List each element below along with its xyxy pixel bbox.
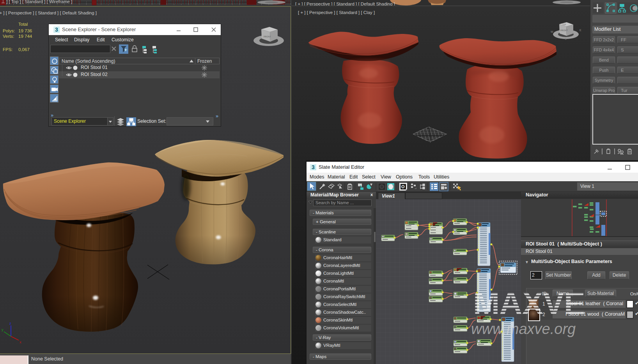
svg-text:FRONT: FRONT [264,35,271,38]
svg-text:z: z [9,322,11,325]
svg-text:TOP: TOP [562,24,566,26]
svg-text:x: x [19,340,21,344]
svg-text:O: O [401,184,405,189]
svg-text:y: y [2,328,4,332]
svg-text:S: S [565,37,567,40]
svg-text:FRONT: FRONT [560,29,568,32]
svg-text:E: E [580,29,581,32]
svg-text:W: W [551,30,553,33]
